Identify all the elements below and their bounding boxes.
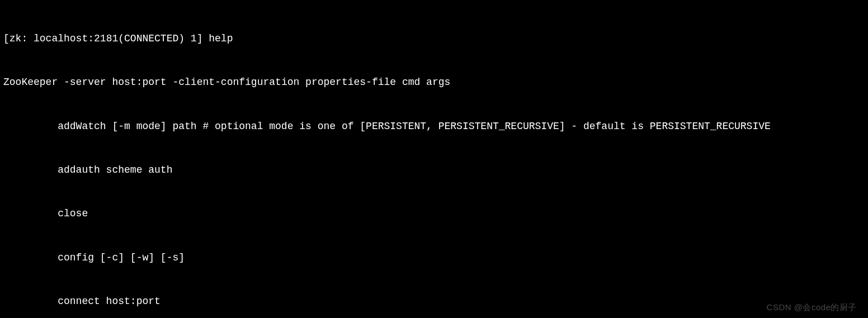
watermark: CSDN @会code的厨子	[767, 301, 857, 314]
command-line: addWatch [-m mode] path # optional mode …	[3, 119, 865, 134]
usage-line: ZooKeeper -server host:port -client-conf…	[3, 75, 865, 89]
prompt-line: [zk: localhost:2181(CONNECTED) 1] help	[3, 31, 865, 46]
command-line: addauth scheme auth	[3, 163, 865, 177]
command-line: close	[3, 206, 865, 221]
command-line: connect host:port	[3, 294, 865, 308]
terminal-output[interactable]: [zk: localhost:2181(CONNECTED) 1] help Z…	[3, 2, 865, 318]
command-line: config [-c] [-w] [-s]	[3, 250, 865, 265]
